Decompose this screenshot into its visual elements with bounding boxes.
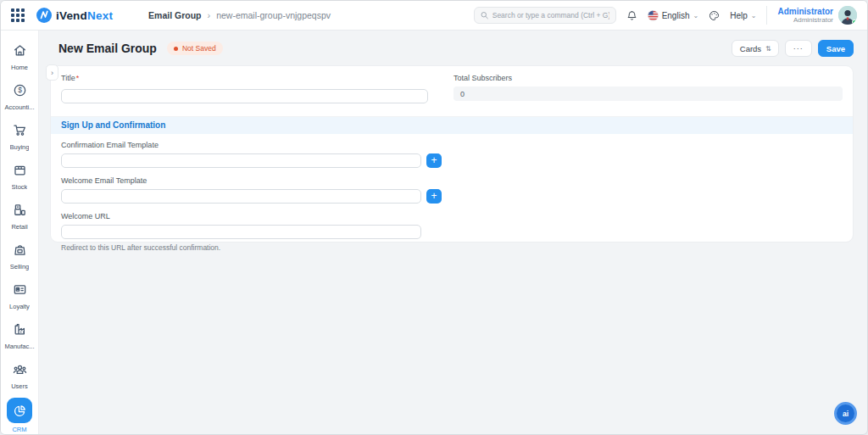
sort-arrows-icon: ⇅	[765, 45, 771, 53]
total-subscribers-label: Total Subscribers	[453, 74, 843, 82]
factory-icon	[8, 318, 31, 340]
sidebar-item-accounting[interactable]: $ Accounti...	[1, 79, 39, 111]
sidebar-expand-toggle[interactable]: ›	[46, 64, 58, 81]
form-card: › Title* Total Subscribers 0 Sign Up and…	[50, 65, 854, 243]
global-search[interactable]	[474, 7, 616, 24]
top-navbar: iVendNext Email Group › new-email-group-…	[1, 1, 867, 31]
users-icon	[8, 358, 31, 380]
form-row-top: Title* Total Subscribers 0	[51, 66, 853, 116]
confirmation-email-template-input[interactable]	[61, 153, 421, 168]
required-marker: *	[76, 74, 80, 82]
search-input[interactable]	[492, 11, 609, 20]
status-badge: Not Saved	[167, 42, 223, 55]
app-launcher-icon[interactable]	[11, 8, 25, 22]
sidebar-item-buying[interactable]: Buying	[1, 119, 39, 151]
save-button[interactable]: Save	[818, 40, 854, 57]
logo-text: iVendNext	[56, 9, 113, 22]
sidebar-item-loyalty[interactable]: Loyalty	[1, 278, 39, 310]
notifications-bell-icon[interactable]	[626, 10, 637, 21]
breadcrumb: Email Group › new-email-group-vnjgpeqspv	[148, 10, 331, 20]
app-logo[interactable]: iVendNext	[36, 8, 113, 23]
logo-icon	[36, 8, 52, 23]
section-signup-confirmation: Sign Up and Confirmation	[51, 116, 853, 134]
box-icon	[8, 159, 31, 181]
add-confirmation-template-button[interactable]: +	[426, 153, 442, 168]
breadcrumb-parent[interactable]: Email Group	[148, 10, 201, 20]
sidebar-item-home[interactable]: Home	[1, 39, 39, 71]
online-status-dot	[852, 20, 857, 25]
workspace-sidebar: Home $ Accounti... Buying Stock Retail	[1, 31, 39, 434]
field-confirmation-email-template: Confirmation Email Template +	[61, 141, 442, 168]
app-window: iVendNext Email Group › new-email-group-…	[0, 0, 868, 435]
ellipsis-icon: ···	[793, 45, 804, 53]
cart-icon	[8, 119, 31, 141]
language-selector[interactable]: English ⌄	[648, 10, 699, 21]
sidebar-item-users[interactable]: Users	[1, 358, 39, 390]
page-header: New Email Group Not Saved Cards ⇅ ··· Sa…	[58, 40, 854, 57]
crm-pie-icon	[7, 398, 32, 423]
help-menu[interactable]: Help ⌄	[730, 11, 756, 20]
accounting-icon: $	[8, 79, 31, 101]
main-content: New Email Group Not Saved Cards ⇅ ··· Sa…	[39, 31, 867, 434]
theme-palette-icon[interactable]	[709, 10, 720, 21]
svg-text:$: $	[18, 86, 22, 94]
chevron-down-icon: ⌄	[693, 12, 698, 20]
shopping-bag-icon	[8, 238, 31, 260]
sidebar-item-selling[interactable]: Selling	[1, 238, 39, 270]
plus-icon: +	[431, 190, 437, 202]
user-menu[interactable]: Administrator Administrator	[777, 6, 857, 25]
welcome-email-template-label: Welcome Email Template	[61, 176, 442, 185]
id-card-icon	[8, 278, 31, 300]
sidebar-item-stock[interactable]: Stock	[1, 159, 39, 191]
field-welcome-email-template: Welcome Email Template +	[61, 176, 442, 204]
home-icon	[8, 39, 31, 61]
welcome-url-description: Redirect to this URL after successful co…	[61, 243, 442, 252]
welcome-url-input[interactable]	[61, 225, 421, 239]
chevron-right-icon: ›	[51, 69, 53, 77]
sidebar-item-retail[interactable]: Retail	[1, 198, 39, 231]
language-label: English	[662, 11, 690, 20]
breadcrumb-separator-icon: ›	[208, 10, 211, 20]
form-fields: Confirmation Email Template + Welcome Em…	[51, 134, 452, 252]
view-switcher-button[interactable]: Cards ⇅	[732, 40, 779, 57]
welcome-email-template-input[interactable]	[61, 189, 421, 204]
more-options-button[interactable]: ···	[785, 40, 812, 57]
flag-us-icon	[648, 10, 659, 21]
sidebar-item-crm[interactable]: CRM	[1, 398, 39, 433]
confirmation-email-template-label: Confirmation Email Template	[61, 141, 442, 149]
plus-icon: +	[431, 154, 437, 166]
title-input[interactable]	[61, 89, 428, 103]
status-dot-icon	[174, 47, 178, 51]
avatar[interactable]	[838, 6, 857, 25]
breadcrumb-current: new-email-group-vnjgpeqspv	[216, 10, 331, 20]
title-field-label: Title*	[61, 74, 428, 82]
help-label: Help	[730, 11, 748, 20]
divider	[766, 6, 767, 25]
page-title: New Email Group	[58, 42, 157, 55]
add-welcome-template-button[interactable]: +	[426, 189, 442, 204]
welcome-url-label: Welcome URL	[61, 212, 442, 220]
pos-terminal-icon	[8, 198, 31, 220]
section-title: Sign Up and Confirmation	[61, 120, 165, 130]
field-welcome-url: Welcome URL Redirect to this URL after s…	[61, 212, 442, 252]
chevron-down-icon: ⌄	[751, 12, 757, 20]
sidebar-item-manufacturing[interactable]: Manufac...	[1, 318, 39, 350]
search-icon	[481, 11, 488, 20]
user-role: Administrator	[777, 16, 833, 24]
user-name: Administrator	[777, 7, 833, 17]
ai-assistant-button[interactable]: ai	[834, 402, 857, 425]
total-subscribers-value: 0	[453, 86, 843, 101]
